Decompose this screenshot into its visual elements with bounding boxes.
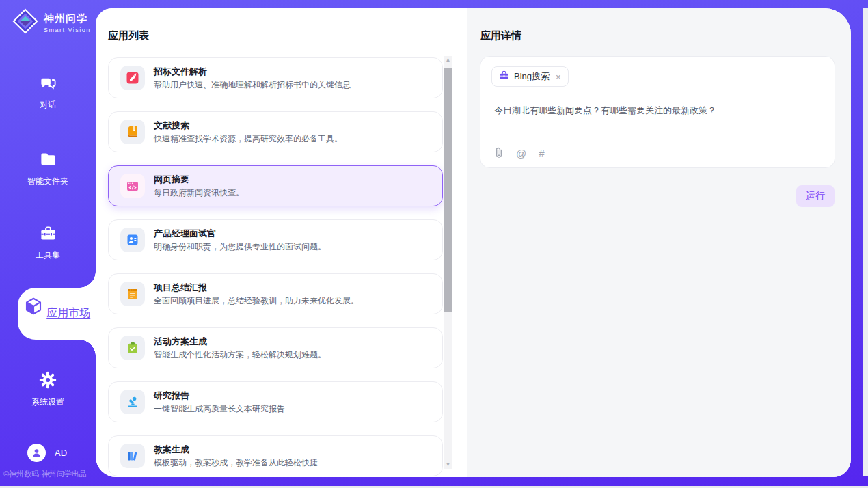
right-gutter [863, 8, 868, 476]
app-list-panel: 应用列表 招标文件解析 帮助用户快速、准确地理解和解析招标书中的关键信息 [96, 8, 467, 477]
app-desc: 一键智能生成高质量长文本研究报告 [154, 405, 285, 413]
run-button[interactable]: 运行 [796, 185, 835, 207]
app-desc: 智能生成个性化活动方案，轻松解决规划难题。 [154, 351, 326, 359]
sidebar-item-label: 系统设置 [0, 396, 96, 408]
literature-search-icon [120, 120, 145, 144]
app-desc: 明确身份和职责，为您提供专业性的面试问题。 [154, 243, 326, 251]
sidebar-item-app-market[interactable]: 应用市场 [18, 288, 96, 340]
app-desc: 模板驱动，教案秒成，教学准备从此轻松快捷 [154, 459, 318, 467]
app-desc: 快速精准查找学术资源，提高研究效率的必备工具。 [154, 135, 342, 143]
folder-icon [39, 159, 57, 171]
app-desc: 全面回顾项目进展，总结经验教训，助力未来优化发展。 [154, 297, 359, 305]
project-summary-icon [120, 282, 145, 306]
app-card-event-plan[interactable]: 活动方案生成 智能生成个性化活动方案，轻松解决规划难题。 [108, 327, 443, 368]
cube-icon [23, 307, 46, 318]
main-content: 应用列表 招标文件解析 帮助用户快速、准确地理解和解析招标书中的关键信息 [96, 8, 851, 477]
brand-subtitle: Smart Vision [44, 27, 91, 33]
sidebar-item-label: 对话 [0, 99, 96, 111]
app-card-tender-parse[interactable]: 招标文件解析 帮助用户快速、准确地理解和解析招标书中的关键信息 [108, 57, 443, 98]
copyright-footer: ©神州数码·神州问学出品 [3, 469, 87, 479]
app-detail-panel: 应用详情 Bing搜索 × 今日湖北有哪些新闻要点？有哪些需要关注的最新政 [467, 8, 851, 477]
scroll-up-arrow-icon[interactable]: ▲ [444, 56, 452, 64]
diamond-logo-icon [12, 8, 38, 37]
sidebar-item-settings[interactable]: 系统设置 [0, 370, 96, 408]
app-name: 文献搜索 [154, 121, 342, 130]
brand-name: 神州问学 [44, 12, 91, 25]
app-desc: 每日政府新闻资讯快查。 [154, 189, 244, 197]
event-plan-icon [120, 336, 145, 360]
avatar [27, 444, 46, 462]
sidebar-item-label: 工具集 [0, 249, 96, 261]
app-name: 产品经理面试官 [154, 229, 326, 238]
app-name: 研究报告 [154, 391, 285, 400]
app-window: 神州问学 Smart Vision 对话 智能文件夹 [0, 0, 868, 488]
prompt-composer[interactable]: Bing搜索 × 今日湖北有哪些新闻要点？有哪些需要关注的最新政策？ @ # [480, 56, 835, 168]
app-card-project-summary[interactable]: 项目总结汇报 全面回顾项目进展，总结经验教训，助力未来优化发展。 [108, 273, 443, 314]
webpage-summary-icon [120, 174, 145, 198]
app-name: 招标文件解析 [154, 67, 351, 76]
query-text[interactable]: 今日湖北有哪些新闻要点？有哪些需要关注的最新政策？ [494, 105, 821, 117]
sidebar-item-label: 应用市场 [46, 307, 90, 318]
research-report-icon [120, 390, 145, 414]
app-list-title: 应用列表 [108, 29, 149, 42]
sidebar-item-label: 智能文件夹 [0, 176, 96, 187]
mention-icon[interactable]: @ [516, 148, 526, 159]
app-detail-title: 应用详情 [480, 29, 521, 42]
app-name: 网页摘要 [154, 175, 244, 184]
lesson-plan-icon [120, 444, 145, 468]
user-account[interactable]: AD [27, 444, 67, 462]
remove-tag-icon[interactable]: × [556, 72, 561, 82]
toolbox-icon [39, 233, 57, 245]
sidebar: 神州问学 Smart Vision 对话 智能文件夹 [0, 0, 96, 488]
chat-icon [39, 83, 57, 94]
sidebar-item-chat[interactable]: 对话 [0, 74, 96, 111]
tool-tag-label: Bing搜索 [514, 70, 550, 83]
tender-parse-icon [120, 66, 145, 90]
brand-logo: 神州问学 Smart Vision [12, 8, 91, 37]
pm-interviewer-icon [120, 228, 145, 252]
list-scrollbar[interactable]: ▲ ▼ [444, 56, 452, 469]
app-card-literature-search[interactable]: 文献搜索 快速精准查找学术资源，提高研究效率的必备工具。 [108, 111, 443, 152]
app-card-research-report[interactable]: 研究报告 一键智能生成高质量长文本研究报告 [108, 381, 443, 422]
composer-toolbar: @ # [494, 147, 545, 159]
briefcase-icon [499, 70, 509, 83]
scrollbar-thumb[interactable] [444, 68, 452, 312]
user-initials: AD [55, 448, 67, 458]
hash-icon[interactable]: # [539, 148, 544, 159]
sidebar-item-smart-folder[interactable]: 智能文件夹 [0, 150, 96, 187]
sidebar-item-toolset[interactable]: 工具集 [0, 224, 96, 261]
tool-tag-bing-search[interactable]: Bing搜索 × [491, 66, 569, 87]
app-card-pm-interviewer[interactable]: 产品经理面试官 明确身份和职责，为您提供专业性的面试问题。 [108, 219, 443, 260]
scroll-down-arrow-icon[interactable]: ▼ [444, 461, 452, 469]
app-name: 项目总结汇报 [154, 283, 359, 292]
app-card-webpage-summary[interactable]: 网页摘要 每日政府新闻资讯快查。 [108, 165, 443, 206]
app-name: 活动方案生成 [154, 337, 326, 346]
app-desc: 帮助用户快速、准确地理解和解析招标书中的关键信息 [154, 81, 351, 89]
app-card-list: 招标文件解析 帮助用户快速、准确地理解和解析招标书中的关键信息 [108, 57, 443, 477]
app-card-lesson-plan[interactable]: 教案生成 模板驱动，教案秒成，教学准备从此轻松快捷 [108, 435, 443, 476]
attachment-icon[interactable] [494, 147, 504, 159]
gear-icon [38, 380, 57, 392]
app-name: 教案生成 [154, 445, 318, 454]
